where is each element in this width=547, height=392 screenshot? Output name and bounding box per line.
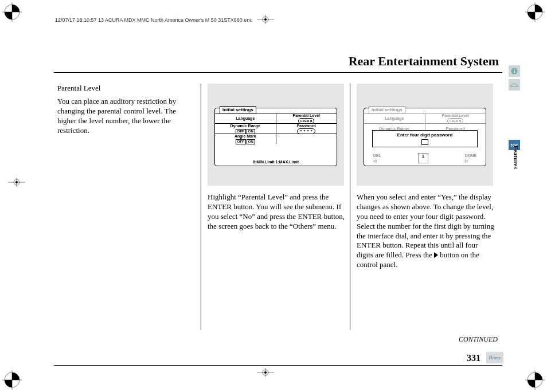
title-rule: [54, 72, 502, 73]
svg-point-19: [15, 181, 18, 183]
svg-point-23: [264, 371, 267, 374]
cell-parental-label: Parental Level: [442, 113, 469, 118]
section-label: Features: [513, 146, 519, 169]
registration-mark-icon: [257, 15, 274, 24]
screen-header: Initial settings: [220, 106, 256, 114]
column-1: Parental Level You can place an auditory…: [57, 84, 195, 135]
toggle: OFFON: [236, 129, 255, 134]
column-divider: [350, 84, 350, 330]
column-2: Initial settings Language Parental Level…: [208, 84, 345, 232]
cell-angle-label: Angle Mark: [235, 134, 256, 139]
cell-parental: Parental Level Level 8: [276, 113, 337, 123]
svg-point-15: [264, 18, 267, 21]
cell-password: Password ＊＊＊＊: [276, 124, 337, 134]
overlay-title: Enter four digit password: [397, 132, 453, 138]
level-pill: Level 8: [447, 118, 463, 124]
crop-mark-icon: [2, 370, 22, 390]
column-divider: [201, 84, 201, 330]
parental-level-body: You can place an auditory restriction by…: [57, 97, 195, 136]
home-tab[interactable]: Home: [486, 352, 503, 363]
page-number: 331: [467, 353, 480, 363]
footer-rule: [54, 365, 502, 366]
cell-language: Language: [364, 113, 425, 123]
screen-footer: 8:MIN.Limit 1:MAX.Limit: [215, 159, 337, 164]
screen-header: Initial settings: [369, 106, 405, 114]
cell-empty: [276, 134, 337, 144]
column-3: Initial settings Language Parental Level…: [357, 84, 494, 270]
cell-angle: Angle Mark OFFON: [215, 134, 276, 144]
col3-body: When you select and enter “Yes,” the dis…: [357, 193, 494, 270]
col3-body-a: When you select and enter “Yes,” the dis…: [357, 193, 494, 259]
col2-body: Highlight “Parental Level” and press the…: [208, 193, 345, 232]
cell-password-label: Password: [297, 123, 316, 128]
crop-mark-icon: [525, 2, 545, 22]
crop-mark-icon: [525, 370, 545, 390]
svg-point-27: [516, 86, 518, 88]
cell-parental: Parental Level Level 8: [425, 113, 486, 123]
side-tabs: i TOC: [508, 65, 521, 150]
num-1: 1: [418, 153, 428, 163]
stars-pill: ＊＊＊＊: [297, 128, 315, 134]
del-label: DEL◁: [373, 153, 381, 163]
figure-initial-settings: Initial settings Language Parental Level…: [208, 84, 344, 186]
password-overlay: Enter four digit password: [372, 130, 478, 147]
cell-dynamic-label: Dynamic Range: [230, 123, 260, 128]
play-icon: [434, 252, 438, 258]
car-tab-icon[interactable]: [509, 79, 520, 91]
cell-language: Language: [215, 113, 276, 123]
info-tab-icon[interactable]: i: [509, 65, 520, 77]
cell-parental-label: Parental Level: [293, 113, 320, 118]
digit-box: [421, 139, 428, 145]
registration-mark-icon: [8, 178, 25, 187]
done-label: DONE▷: [465, 153, 476, 163]
page-title: Rear Entertainment System: [349, 54, 499, 69]
svg-point-26: [511, 86, 513, 88]
crop-mark-icon: [2, 2, 22, 22]
continued-label: CONTINUED: [459, 335, 498, 344]
cell-dynamic: Dynamic Range OFFON: [215, 124, 276, 134]
toggle: OFFON: [236, 139, 255, 144]
print-header: 12/07/17 18:10:57 13 ACURA MDX MMC North…: [55, 17, 252, 23]
parental-level-heading: Parental Level: [57, 84, 195, 93]
figure-password-entry: Initial settings Language Parental Level…: [357, 84, 493, 186]
registration-mark-icon: [257, 368, 274, 377]
